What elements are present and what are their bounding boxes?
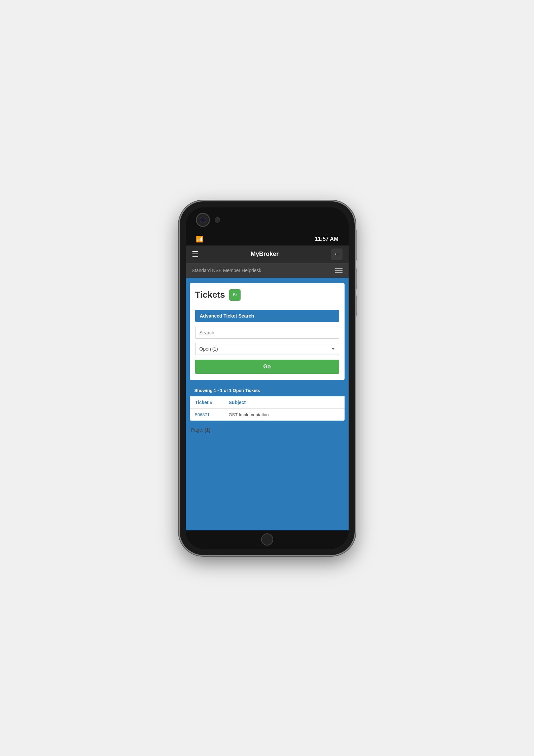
status-time: 11:57 AM: [315, 236, 339, 242]
app-header: ☰ MyBroker ←: [186, 245, 349, 263]
sub-header: Standard NSE Member Helpdesk: [186, 263, 349, 278]
search-input[interactable]: [195, 327, 339, 339]
col-header-subject: Subject: [229, 400, 339, 405]
refresh-icon: ↻: [233, 292, 237, 298]
showing-banner: Showing 1 - 1 of 1 Open Tickets: [190, 385, 345, 396]
tickets-title: Tickets: [195, 290, 225, 300]
col-header-ticket: Ticket #: [195, 400, 229, 405]
table-row[interactable]: 506871 GST Implementation: [190, 409, 345, 421]
tickets-title-row: Tickets ↻: [195, 289, 339, 305]
menu-lines-icon[interactable]: [335, 268, 343, 273]
advanced-search-header: Advanced Ticket Search: [195, 310, 339, 322]
sub-header-text: Standard NSE Member Helpdesk: [192, 268, 261, 273]
back-button[interactable]: ←: [331, 249, 343, 260]
ticket-number: 506871: [195, 412, 229, 417]
page-label: Page:: [191, 427, 204, 433]
table-header-row: Ticket # Subject: [190, 396, 345, 409]
status-select[interactable]: Open (1) Closed All: [195, 343, 339, 355]
home-button[interactable]: [261, 533, 273, 546]
tickets-table-card: Ticket # Subject 506871 GST Implementati…: [190, 396, 345, 421]
app-title: MyBroker: [251, 251, 279, 258]
screen-content: Tickets ↻ Advanced Ticket Search Open (1…: [186, 278, 349, 530]
hardware-top: [186, 207, 349, 233]
sensor: [215, 217, 220, 223]
front-camera: [196, 213, 210, 227]
hamburger-icon[interactable]: ☰: [192, 250, 199, 259]
tickets-card: Tickets ↻ Advanced Ticket Search Open (1…: [190, 283, 345, 380]
hardware-bottom: [186, 530, 349, 549]
refresh-button[interactable]: ↻: [229, 289, 241, 301]
back-icon: ←: [334, 251, 340, 258]
phone-device: 📶 11:57 AM ☰ MyBroker ← Standard NSE Mem…: [180, 201, 355, 555]
pagination: Page: [1]: [190, 425, 345, 435]
ticket-subject: GST Implementation: [229, 412, 339, 417]
status-bar: 📶 11:57 AM: [186, 233, 349, 245]
page-number[interactable]: [1]: [205, 427, 210, 433]
wifi-icon: 📶: [196, 235, 203, 243]
go-button[interactable]: Go: [195, 360, 339, 374]
